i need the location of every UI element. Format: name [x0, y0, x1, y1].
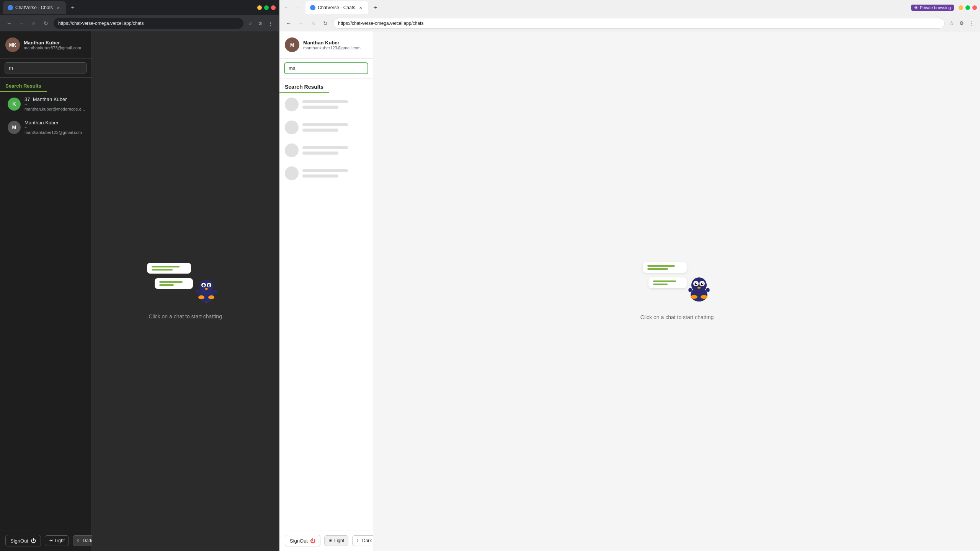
- private-browsing-badge: 👁 Private browsing: [911, 5, 954, 11]
- signout-button-left[interactable]: SignOut ⏻: [5, 535, 41, 546]
- user-profile-left: MK Manthan Kuber manthankuber873@gmail.c…: [0, 31, 91, 59]
- loading-avatar-2: [285, 121, 299, 134]
- search-result-item-1[interactable]: K 37_Manthan Kuber ~ manthan.kuber@moder…: [2, 93, 89, 115]
- avatar-left: MK: [5, 37, 20, 52]
- bookmark-icon-left[interactable]: ☆: [247, 20, 254, 27]
- loading-item-1: [279, 93, 373, 116]
- svg-point-3: [199, 280, 213, 293]
- maximize-btn-right[interactable]: [965, 5, 970, 10]
- search-input-left[interactable]: [5, 62, 87, 73]
- dark-theme-btn-right[interactable]: ☾ Dark: [352, 535, 376, 546]
- search-box-left: [0, 59, 91, 78]
- loading-avatar-3: [285, 143, 299, 157]
- empty-illustration-left: Click on a chat to start chatting: [147, 263, 224, 320]
- loading-line-3b: [302, 152, 338, 155]
- svg-point-24: [702, 283, 703, 284]
- signout-icon-left: ⏻: [31, 538, 36, 544]
- signout-icon-right: ⏻: [310, 538, 315, 544]
- search-input-right[interactable]: [284, 62, 368, 74]
- close-btn-left[interactable]: [271, 5, 276, 10]
- empty-text-left: Click on a chat to start chatting: [149, 313, 222, 320]
- settings-icon-right[interactable]: ⚙: [958, 20, 965, 27]
- svg-point-11: [198, 295, 204, 299]
- refresh-btn-left[interactable]: ↻: [41, 19, 51, 28]
- home-btn-left[interactable]: ⌂: [29, 19, 38, 28]
- close-btn-right[interactable]: [972, 5, 977, 10]
- forward-btn-right[interactable]: →: [296, 19, 305, 28]
- address-input-right[interactable]: [333, 18, 945, 29]
- menu-icon-right[interactable]: ⋮: [968, 20, 975, 27]
- loading-item-4: [279, 162, 373, 185]
- loading-line-3a: [302, 146, 348, 149]
- new-tab-left[interactable]: +: [67, 2, 78, 13]
- light-theme-btn-right[interactable]: ☀ Light: [324, 535, 348, 546]
- user-name-left: Manthan Kuber: [24, 40, 81, 46]
- svg-point-26: [691, 295, 697, 299]
- address-input-left[interactable]: [54, 18, 243, 29]
- active-tab-left[interactable]: ChatVerse - Chats ✕: [3, 1, 66, 14]
- settings-icon-left[interactable]: ⚙: [256, 20, 264, 27]
- moon-icon-left: ☾: [77, 538, 81, 543]
- maximize-btn-left[interactable]: [264, 5, 269, 10]
- loading-line-1a: [302, 100, 348, 103]
- tab-title-right: ChatVerse - Chats: [318, 5, 355, 10]
- back-btn-left[interactable]: ←: [5, 19, 14, 28]
- tab-bar-left: ChatVerse - Chats ✕ +: [0, 0, 279, 15]
- minimize-btn-right[interactable]: [959, 5, 963, 10]
- svg-point-18: [691, 277, 707, 293]
- svg-point-8: [204, 285, 205, 286]
- search-results-section-right: Search Results: [279, 78, 373, 186]
- svg-point-12: [208, 295, 214, 299]
- tab-close-right[interactable]: ✕: [358, 5, 364, 11]
- back-btn-right[interactable]: ←: [284, 19, 293, 28]
- active-tab-right[interactable]: ChatVerse - Chats ✕: [305, 1, 368, 14]
- moon-icon-right: ☾: [356, 538, 361, 543]
- loading-line-1b: [302, 106, 338, 109]
- forward-btn-left[interactable]: →: [17, 19, 26, 28]
- loading-line-2b: [302, 129, 338, 132]
- svg-point-25: [697, 287, 701, 289]
- sidebar-footer-left: SignOut ⏻ ☀ Light ☾ Dark: [0, 530, 91, 551]
- tab-close-left[interactable]: ✕: [55, 5, 61, 11]
- signout-label-right: SignOut: [290, 538, 308, 544]
- refresh-btn-right[interactable]: ↻: [321, 19, 330, 28]
- result-name-2: Manthan Kuber: [24, 120, 84, 126]
- back-btn-right-tab[interactable]: ←: [283, 3, 292, 12]
- bird-mascot-right: [685, 272, 714, 302]
- home-btn-right[interactable]: ⌂: [309, 19, 318, 28]
- address-bar-left: ← → ⌂ ↻ ☆ ⚙ ⋮: [0, 15, 279, 31]
- address-bar-right: ← → ⌂ ↻ ☆ ⚙ ⋮: [279, 15, 980, 31]
- search-result-item-2[interactable]: M Manthan Kuber ~ manthankuber123@gmail.…: [2, 116, 89, 139]
- bookmark-icon-right[interactable]: ☆: [948, 20, 956, 27]
- sun-icon-left: ☀: [49, 538, 53, 543]
- search-results-title-left: Search Results: [0, 79, 47, 92]
- private-label: Private browsing: [920, 5, 951, 10]
- empty-text-right: Click on a chat to start chatting: [640, 314, 714, 320]
- light-theme-btn-left[interactable]: ☀ Light: [45, 535, 69, 546]
- user-profile-right: M Manthan Kuber manthankuber123@gmail.co…: [279, 31, 373, 59]
- avatar-right: M: [285, 37, 299, 52]
- signout-button-right[interactable]: SignOut ⏻: [285, 535, 320, 546]
- result-name-1: 37_Manthan Kuber: [24, 96, 85, 102]
- new-tab-right[interactable]: +: [370, 2, 381, 13]
- chat-main-left: Click on a chat to start chatting: [92, 31, 279, 551]
- bird-mascot-left: [193, 274, 220, 303]
- result-avatar-2: M: [8, 121, 21, 134]
- sidebar-right: M Manthan Kuber manthankuber123@gmail.co…: [279, 31, 373, 551]
- user-email-right: manthankuber123@gmail.com: [303, 46, 361, 50]
- svg-point-9: [209, 285, 210, 286]
- loading-line-2a: [302, 123, 348, 126]
- user-name-right: Manthan Kuber: [303, 40, 361, 46]
- user-email-left: manthankuber873@gmail.com: [24, 46, 81, 50]
- minimize-btn-left[interactable]: [257, 5, 262, 10]
- menu-icon-left[interactable]: ⋮: [266, 20, 274, 27]
- tab-bar-right: ← → ChatVerse - Chats ✕ + 👁 Private brow…: [279, 0, 980, 15]
- result-email-1: ~ manthan.kuber@moderncoe.e...: [24, 102, 85, 111]
- signout-label-left: SignOut: [10, 538, 28, 544]
- loading-avatar-1: [285, 98, 299, 111]
- loading-line-4a: [302, 169, 348, 172]
- svg-point-27: [701, 295, 707, 299]
- tab-title-left: ChatVerse - Chats: [15, 5, 53, 10]
- search-results-title-right: Search Results: [279, 80, 329, 93]
- forward-btn-right-tab[interactable]: →: [293, 3, 302, 12]
